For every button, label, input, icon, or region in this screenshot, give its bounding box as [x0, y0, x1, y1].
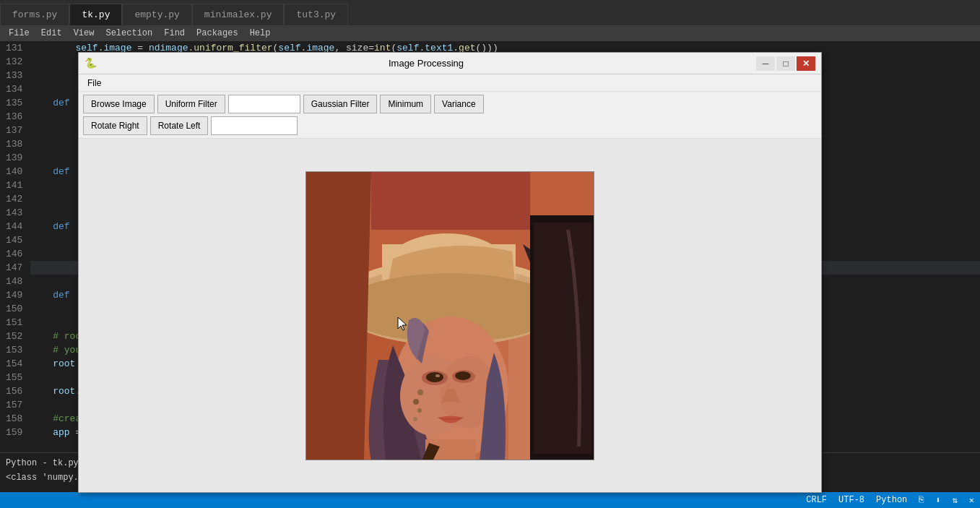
status-icon-close[interactable]: ✕ — [969, 495, 974, 506]
gaussian-filter-button[interactable]: Gaussian Filter — [303, 95, 378, 113]
menu-view[interactable]: View — [68, 25, 100, 41]
image-display — [305, 171, 594, 460]
menu-edit[interactable]: Edit — [35, 25, 68, 41]
tab-bar: forms.py tk.py empty.py minimalex.py tut… — [0, 0, 980, 25]
toolbar-row-1: Browse Image Uniform Filter Gaussian Fil… — [83, 95, 817, 113]
image-processing-window: 🐍 Image Processing ─ □ ✕ File Browse Ima… — [78, 52, 822, 493]
tab-tut3[interactable]: tut3.py — [284, 4, 348, 25]
rotation-input[interactable] — [211, 116, 298, 135]
uniform-filter-button[interactable]: Uniform Filter — [157, 95, 225, 113]
line-numbers: 1311321331341351361371381391401411421431… — [0, 41, 30, 468]
menu-help[interactable]: Help — [244, 25, 277, 41]
window-close-button[interactable]: ✕ — [797, 56, 815, 71]
window-title: Image Processing — [96, 58, 756, 69]
status-icon-split[interactable]: ⇅ — [953, 495, 958, 506]
filter-input[interactable] — [228, 95, 300, 113]
menu-bar: File Edit View Selection Find Packages H… — [0, 25, 980, 41]
svg-rect-25 — [534, 223, 591, 454]
window-icon: 🐍 — [84, 58, 96, 69]
status-crlf[interactable]: CRLF — [806, 495, 827, 505]
window-menu: File — [79, 74, 821, 92]
rotate-right-button[interactable]: Rotate Right — [83, 116, 147, 135]
window-menu-file[interactable]: File — [82, 75, 107, 91]
menu-packages[interactable]: Packages — [191, 25, 244, 41]
window-minimize-button[interactable]: ─ — [756, 56, 775, 71]
menu-find[interactable]: Find — [158, 25, 191, 41]
tab-empty[interactable]: empty.py — [122, 4, 191, 25]
tab-minimalex[interactable]: minimalex.py — [192, 4, 285, 25]
window-maximize-button[interactable]: □ — [776, 56, 795, 71]
status-icon-copy[interactable]: ⎘ — [919, 495, 924, 505]
rotate-left-button[interactable]: Rotate Left — [150, 116, 209, 135]
status-right: CRLF UTF-8 Python ⎘ ⬇ ⇅ ✕ — [806, 495, 974, 506]
minimum-button[interactable]: Minimum — [380, 95, 431, 113]
window-content — [79, 139, 821, 492]
browse-image-button[interactable]: Browse Image — [83, 95, 155, 113]
window-controls: ─ □ ✕ — [756, 56, 815, 71]
menu-selection[interactable]: Selection — [100, 25, 158, 41]
window-titlebar: 🐍 Image Processing ─ □ ✕ — [79, 53, 821, 74]
status-icon-download[interactable]: ⬇ — [935, 495, 940, 506]
status-encoding[interactable]: UTF-8 — [838, 495, 864, 505]
variance-button[interactable]: Variance — [434, 95, 483, 113]
window-toolbar: Browse Image Uniform Filter Gaussian Fil… — [79, 92, 821, 139]
tab-forms[interactable]: forms.py — [0, 4, 69, 25]
toolbar-row-2: Rotate Right Rotate Left — [83, 116, 817, 135]
status-language[interactable]: Python — [876, 495, 907, 505]
svg-rect-23 — [371, 172, 530, 230]
status-bar: CRLF UTF-8 Python ⎘ ⬇ ⇅ ✕ — [0, 492, 980, 508]
menu-file[interactable]: File — [3, 25, 35, 41]
tab-tk[interactable]: tk.py — [69, 4, 122, 25]
